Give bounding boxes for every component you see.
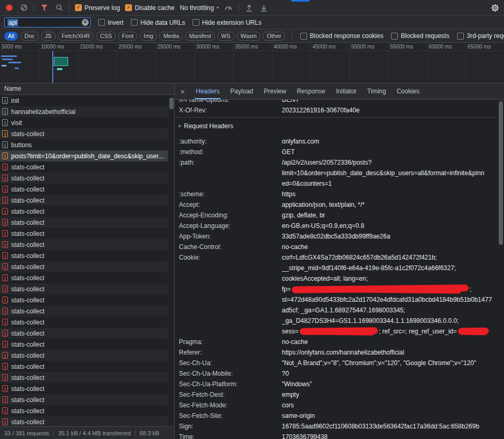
request-row[interactable]: {}buttons — [0, 139, 168, 150]
record-button[interactable] — [4, 3, 14, 13]
overview-selected-marker — [52, 51, 53, 83]
preserve-log-checkbox[interactable]: Preserve log — [75, 4, 120, 12]
tab-headers[interactable]: Headers — [191, 83, 225, 99]
timeline-overview[interactable]: 5000 ms10000 ms15000 ms20000 ms25000 ms3… — [0, 43, 504, 83]
type-filter-js[interactable]: JS — [41, 32, 55, 41]
header-row: Sec-Ch-Ua:"Not_A Brand";v="8", "Chromium… — [175, 358, 498, 368]
request-row[interactable]: {}stats-collect — [0, 394, 168, 405]
request-row[interactable]: {}stats-collect — [0, 250, 168, 261]
request-row[interactable]: {}stats-collect — [0, 195, 168, 206]
header-row: Sec-Fetch-Dest:empty — [175, 389, 498, 400]
blocked-response-cookies-checkbox[interactable]: Blocked response cookies — [300, 32, 383, 40]
blocked-requests-checkbox[interactable]: Blocked requests — [391, 32, 449, 40]
request-row[interactable]: {}stats-collect — [0, 416, 168, 426]
request-row[interactable]: {}stats-collect — [0, 405, 168, 416]
header-name: Sec-Fetch-Dest: — [179, 389, 282, 400]
header-value: gzip, deflate, br — [282, 210, 498, 221]
request-row[interactable]: {}stats-collect — [0, 350, 168, 361]
hide-data-urls-label: Hide data URLs — [140, 19, 185, 26]
tab-timing[interactable]: Timing — [362, 83, 392, 99]
request-row[interactable]: {}stats-collect — [0, 328, 168, 339]
type-filter-manifest[interactable]: Manifest — [185, 32, 215, 41]
request-row[interactable]: {}stats-collect — [0, 217, 168, 228]
type-filter-fetch-xhr[interactable]: Fetch/XHR — [58, 32, 94, 41]
headers-panel: X-Frame-Options: DENY X-Of-Rev: 20231226… — [175, 100, 504, 439]
type-filter-font[interactable]: Font — [118, 32, 137, 41]
request-row[interactable]: {}stats-collect — [0, 372, 168, 383]
type-filter-img[interactable]: Img — [140, 32, 157, 41]
export-har-button[interactable] — [259, 3, 269, 13]
tab-preview[interactable]: Preview — [259, 83, 292, 99]
redaction-scribble — [458, 328, 489, 335]
request-row[interactable]: {}stats-collect — [0, 317, 168, 328]
type-filter-all[interactable]: All — [4, 32, 18, 41]
request-name: stats-collect — [11, 341, 44, 348]
clear-filter-icon[interactable]: × — [82, 19, 89, 26]
request-type-icon: {} — [2, 175, 8, 182]
request-row[interactable]: {}init — [0, 95, 168, 106]
header-name: :path: — [179, 157, 282, 189]
request-row[interactable]: {}stats-collect — [0, 206, 168, 217]
request-row[interactable]: {}posts?limit=10&order=publish_date_desc… — [0, 150, 168, 161]
request-type-icon: {} — [2, 241, 8, 248]
header-name: Referer: — [179, 347, 282, 358]
request-row[interactable]: {}stats-collect — [0, 161, 168, 173]
third-party-requests-checkbox[interactable]: 3rd-party requests — [457, 32, 504, 40]
header-row: Time:1703636799438 — [175, 432, 498, 439]
request-row[interactable]: {}stats-collect — [0, 261, 168, 272]
type-filter-css[interactable]: CSS — [96, 32, 116, 41]
request-row[interactable]: {}hannahelizabethofficial — [0, 106, 168, 117]
hide-extension-urls-checkbox[interactable]: Hide extension URLs — [193, 19, 262, 26]
clear-button[interactable] — [19, 3, 28, 13]
request-row[interactable]: {}stats-collect — [0, 239, 168, 250]
name-column-header[interactable]: Name — [0, 83, 174, 95]
header-row: Accept-Encoding:gzip, deflate, br — [175, 210, 498, 221]
network-conditions-button[interactable] — [224, 3, 233, 13]
request-type-icon: {} — [2, 407, 8, 414]
request-type-icon: {} — [2, 330, 8, 337]
details-scrollbar[interactable] — [498, 100, 504, 439]
request-row[interactable]: {}stats-collect — [0, 272, 168, 283]
request-row[interactable]: {}stats-collect — [0, 361, 168, 372]
request-row[interactable]: {}stats-collect — [0, 173, 168, 184]
overview-tick-label: 50000 ms — [351, 44, 375, 50]
hide-data-urls-checkbox[interactable]: Hide data URLs — [131, 19, 185, 26]
request-row[interactable]: {}stats-collect — [0, 383, 168, 394]
search-button[interactable] — [54, 3, 64, 13]
tab-initiator[interactable]: Initiator — [330, 83, 362, 99]
request-row[interactable]: {}stats-collect — [0, 283, 168, 294]
filter-input[interactable]: api × — [4, 17, 91, 27]
request-row[interactable]: {}stats-collect — [0, 128, 168, 139]
overview-label-divider — [0, 51, 504, 51]
type-filter-ws[interactable]: WS — [217, 32, 234, 41]
filter-toggle-button[interactable] — [40, 3, 49, 13]
request-row[interactable]: {}stats-collect — [0, 339, 168, 350]
request-row[interactable]: {}stats-collect — [0, 294, 168, 306]
request-row[interactable]: {}stats-collect — [0, 228, 168, 239]
type-filter-media[interactable]: Media — [159, 32, 183, 41]
tab-response[interactable]: Response — [291, 83, 330, 99]
tab-payload[interactable]: Payload — [225, 83, 258, 99]
request-row[interactable]: {}visit — [0, 117, 168, 128]
close-details-button[interactable]: × — [175, 83, 191, 99]
request-list-scrollbar[interactable] — [168, 95, 174, 426]
filter-input-value: api — [7, 19, 18, 26]
scrollbar-thumb[interactable] — [169, 98, 174, 109]
header-name: :method: — [179, 147, 282, 157]
scrollbar-thumb[interactable] — [499, 101, 503, 245]
tab-cookies[interactable]: Cookies — [391, 83, 424, 99]
request-row[interactable]: {}stats-collect — [0, 184, 168, 195]
type-filter-other[interactable]: Other — [263, 32, 285, 41]
throttling-select[interactable]: No throttling▾ — [180, 4, 219, 12]
invert-checkbox[interactable]: Invert — [98, 19, 123, 26]
request-row[interactable]: {}stats-collect — [0, 306, 168, 317]
disable-cache-checkbox[interactable]: Disable cache — [125, 4, 174, 12]
request-headers-section-toggle[interactable]: ▾ Request Headers — [175, 119, 498, 133]
status-divider — [53, 430, 54, 436]
type-filter-doc[interactable]: Doc — [21, 32, 39, 41]
resources-summary: 88.3 kB — [140, 430, 159, 436]
request-name: stats-collect — [11, 219, 44, 226]
import-har-button[interactable] — [244, 3, 254, 13]
type-filter-wasm[interactable]: Wasm — [237, 32, 261, 41]
settings-gear-button[interactable] — [490, 3, 500, 13]
